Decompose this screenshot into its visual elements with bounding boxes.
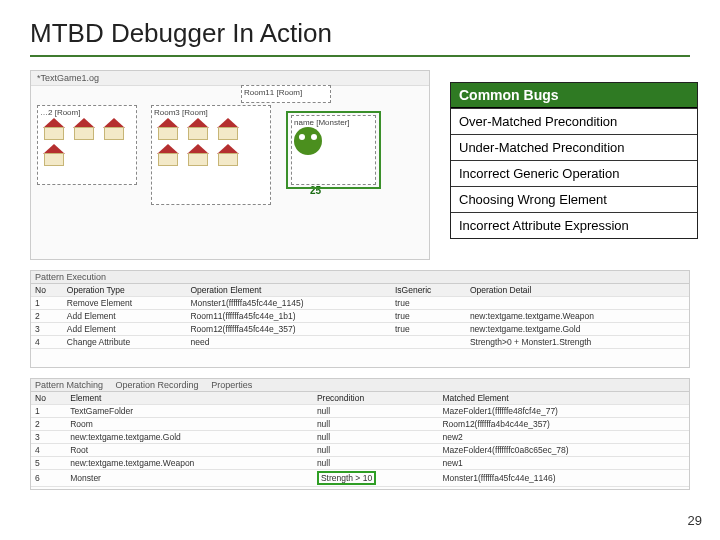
table-cell: Room (66, 418, 313, 431)
table-cell: true (391, 297, 466, 310)
col-element: Element (66, 392, 313, 405)
room-label-small: …2 [Room] (40, 108, 134, 117)
table-row: 4Change AttributeneedStrength>0 + Monste… (31, 336, 689, 349)
table-cell: new:textgame.textgame.Gold (66, 431, 313, 444)
panel-tabs: Pattern Matching Operation Recording Pro… (31, 379, 689, 392)
table-cell: new2 (438, 431, 689, 444)
table-row: 1Remove ElementMonster1(ffffffa45fc44e_1… (31, 297, 689, 310)
table-cell: Root (66, 444, 313, 457)
room11-label: Room11 [Room] (244, 88, 328, 97)
table-cell: MazeFolder4(fffffffc0a8c65ec_78) (438, 444, 689, 457)
green-highlight-box (286, 111, 381, 189)
col-no: No (31, 392, 66, 405)
common-bugs-header: Common Bugs (451, 83, 697, 108)
table-cell: 2 (31, 310, 63, 323)
table-row: 2Add ElementRoom11(ffffffa45fc44e_1b1)tr… (31, 310, 689, 323)
col-opel: Operation Element (186, 284, 391, 297)
bug-item: Over-Matched Precondition (451, 108, 697, 134)
table-cell: Monster (66, 470, 313, 487)
bug-item: Choosing Wrong Element (451, 186, 697, 212)
house-icon (101, 118, 127, 140)
table-cell (466, 297, 689, 310)
table-cell: TextGameFolder (66, 405, 313, 418)
title-underline (30, 55, 690, 57)
house-icon (215, 118, 241, 140)
tab-label: Pattern Matching (35, 380, 103, 390)
room3-label: Room3 [Room] (154, 108, 268, 117)
bug-item: Incorrect Attribute Expression (451, 212, 697, 238)
table-row: 3new:textgame.textgame.Goldnullnew2 (31, 431, 689, 444)
pattern-matching-panel: Pattern Matching Operation Recording Pro… (30, 378, 690, 490)
table-cell: null (313, 418, 439, 431)
highlighted-precondition: Strength > 10 (317, 471, 376, 485)
room3-box: Room3 [Room] (151, 105, 271, 205)
table-cell: true (391, 323, 466, 336)
table-cell: Change Attribute (63, 336, 187, 349)
common-bugs-panel: Common Bugs Over-Matched Precondition Un… (450, 82, 698, 239)
col-detail: Operation Detail (466, 284, 689, 297)
table-cell: 4 (31, 444, 66, 457)
tab-label: Pattern Execution (35, 272, 106, 282)
table-cell: null (313, 405, 439, 418)
room-box-left-small: …2 [Room] (37, 105, 137, 185)
table-cell: null (313, 457, 439, 470)
table-row: 5new:textgame.textgame.Weaponnullnew1 (31, 457, 689, 470)
col-matched: Matched Element (438, 392, 689, 405)
pattern-execution-table: No Operation Type Operation Element IsGe… (31, 284, 689, 349)
table-row: 4RootnullMazeFolder4(fffffffc0a8c65ec_78… (31, 444, 689, 457)
table-row: 3Add ElementRoom12(ffffffa45fc44e_357)tr… (31, 323, 689, 336)
table-cell: Strength>0 + Monster1.Strength (466, 336, 689, 349)
table-cell: 3 (31, 323, 63, 336)
table-cell: null (313, 431, 439, 444)
tab-label: Operation Recording (116, 380, 199, 390)
table-cell: Room11(ffffffa45fc44e_1b1) (186, 310, 391, 323)
table-cell: Add Element (63, 310, 187, 323)
pattern-matching-table: No Element Precondition Matched Element … (31, 392, 689, 487)
room11-box: Room11 [Room] (241, 85, 331, 103)
col-no: No (31, 284, 63, 297)
table-cell: 3 (31, 431, 66, 444)
table-cell: Strength > 10 (313, 470, 439, 487)
bug-item: Incorrect Generic Operation (451, 160, 697, 186)
table-cell: Room12(ffffffa45fc44e_357) (186, 323, 391, 336)
table-cell: 1 (31, 297, 63, 310)
table-cell: MazeFolder1(ffffffe48fcf4e_77) (438, 405, 689, 418)
table-cell: Remove Element (63, 297, 187, 310)
house-icon (41, 118, 67, 140)
table-cell: 5 (31, 457, 66, 470)
table-cell: true (391, 310, 466, 323)
panel-tab: Pattern Execution (31, 271, 689, 284)
col-generic: IsGeneric (391, 284, 466, 297)
table-row: 6MonsterStrength > 10Monster1(ffffffa45f… (31, 470, 689, 487)
house-icon (155, 118, 181, 140)
table-cell: 4 (31, 336, 63, 349)
pattern-execution-panel: Pattern Execution No Operation Type Oper… (30, 270, 690, 368)
canvas-tab: *TextGame1.og (31, 71, 429, 86)
table-cell: new1 (438, 457, 689, 470)
table-cell: need (186, 336, 391, 349)
table-row: 1TextGameFoldernullMazeFolder1(ffffffe48… (31, 405, 689, 418)
tab-label: Properties (211, 380, 252, 390)
table-cell: new:textgame.textgame.Gold (466, 323, 689, 336)
table-cell: 2 (31, 418, 66, 431)
table-cell: null (313, 444, 439, 457)
table-cell: new:textgame.textgame.Weapon (466, 310, 689, 323)
house-icon (185, 118, 211, 140)
col-optype: Operation Type (63, 284, 187, 297)
table-cell: Monster1(ffffffa45fc44e_1146) (438, 470, 689, 487)
table-cell: Room12(ffffffa4b4c44e_357) (438, 418, 689, 431)
bug-item: Under-Matched Precondition (451, 134, 697, 160)
house-icon (215, 144, 241, 166)
house-icon (71, 118, 97, 140)
table-cell: 1 (31, 405, 66, 418)
table-cell: Add Element (63, 323, 187, 336)
slide-title: MTBD Debugger In Action (0, 0, 720, 55)
page-number: 29 (688, 513, 702, 528)
table-cell: 6 (31, 470, 66, 487)
house-icon (185, 144, 211, 166)
table-cell (391, 336, 466, 349)
house-icon (41, 144, 67, 166)
table-cell: Monster1(ffffffa45fc44e_1145) (186, 297, 391, 310)
table-cell: new:textgame.textgame.Weapon (66, 457, 313, 470)
house-icon (155, 144, 181, 166)
